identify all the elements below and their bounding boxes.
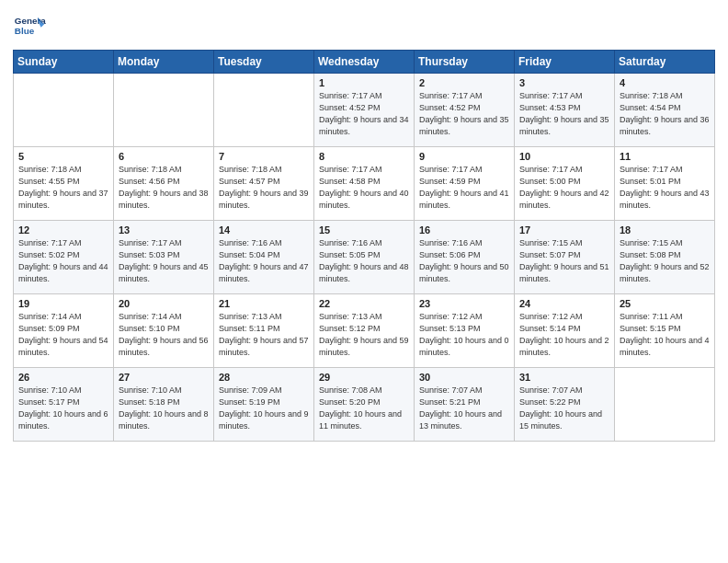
calendar-cell: 18Sunrise: 7:15 AMSunset: 5:08 PMDayligh… [615, 221, 715, 294]
day-number: 22 [319, 298, 409, 309]
day-number: 17 [519, 224, 609, 236]
day-info: Sunrise: 7:07 AMSunset: 5:22 PMDaylight:… [519, 385, 609, 432]
calendar-week-1: 1Sunrise: 7:17 AMSunset: 4:52 PMDaylight… [14, 74, 715, 147]
calendar-cell [615, 368, 715, 442]
day-info: Sunrise: 7:14 AMSunset: 5:09 PMDaylight:… [18, 311, 108, 359]
calendar-week-3: 12Sunrise: 7:17 AMSunset: 5:02 PMDayligh… [14, 221, 715, 294]
weekday-header-monday: Monday [114, 51, 214, 74]
calendar-cell: 22Sunrise: 7:13 AMSunset: 5:12 PMDayligh… [314, 294, 415, 368]
day-info: Sunrise: 7:18 AMSunset: 4:55 PMDaylight:… [18, 164, 108, 212]
svg-text:Blue: Blue [15, 26, 35, 36]
day-info: Sunrise: 7:10 AMSunset: 5:17 PMDaylight:… [18, 385, 108, 432]
day-info: Sunrise: 7:13 AMSunset: 5:12 PMDaylight:… [319, 311, 409, 359]
weekday-header-thursday: Thursday [415, 51, 515, 74]
day-info: Sunrise: 7:17 AMSunset: 5:00 PMDaylight:… [519, 164, 609, 212]
calendar-cell: 25Sunrise: 7:11 AMSunset: 5:15 PMDayligh… [615, 294, 715, 368]
day-info: Sunrise: 7:16 AMSunset: 5:06 PMDaylight:… [419, 237, 509, 285]
day-info: Sunrise: 7:09 AMSunset: 5:19 PMDaylight:… [219, 385, 309, 432]
logo-icon: General Blue [13, 9, 46, 42]
calendar-cell: 9Sunrise: 7:17 AMSunset: 4:59 PMDaylight… [415, 147, 515, 221]
weekday-header-sunday: Sunday [14, 51, 114, 74]
day-number: 4 [620, 77, 710, 88]
day-number: 15 [319, 224, 409, 236]
day-info: Sunrise: 7:17 AMSunset: 4:52 PMDaylight:… [319, 90, 409, 138]
calendar-cell: 5Sunrise: 7:18 AMSunset: 4:55 PMDaylight… [14, 147, 114, 221]
day-number: 12 [18, 224, 108, 236]
calendar-cell: 20Sunrise: 7:14 AMSunset: 5:10 PMDayligh… [114, 294, 214, 368]
day-info: Sunrise: 7:17 AMSunset: 5:01 PMDaylight:… [620, 164, 710, 212]
day-number: 18 [620, 224, 710, 236]
calendar-cell [14, 74, 114, 147]
day-number: 3 [519, 77, 609, 88]
day-number: 30 [419, 372, 509, 383]
day-number: 9 [419, 151, 509, 162]
weekday-header-wednesday: Wednesday [314, 51, 415, 74]
day-number: 5 [18, 151, 108, 162]
day-info: Sunrise: 7:15 AMSunset: 5:07 PMDaylight:… [519, 237, 609, 285]
day-info: Sunrise: 7:08 AMSunset: 5:20 PMDaylight:… [319, 385, 409, 432]
calendar-cell: 28Sunrise: 7:09 AMSunset: 5:19 PMDayligh… [214, 368, 314, 442]
day-info: Sunrise: 7:12 AMSunset: 5:13 PMDaylight:… [419, 311, 509, 359]
day-number: 16 [419, 224, 509, 236]
calendar-cell: 21Sunrise: 7:13 AMSunset: 5:11 PMDayligh… [214, 294, 314, 368]
weekday-header-tuesday: Tuesday [214, 51, 314, 74]
calendar-cell: 3Sunrise: 7:17 AMSunset: 4:53 PMDaylight… [515, 74, 615, 147]
calendar-cell: 29Sunrise: 7:08 AMSunset: 5:20 PMDayligh… [314, 368, 415, 442]
day-info: Sunrise: 7:12 AMSunset: 5:14 PMDaylight:… [519, 311, 609, 359]
day-info: Sunrise: 7:17 AMSunset: 4:53 PMDaylight:… [519, 90, 609, 138]
calendar-cell [114, 74, 214, 147]
day-number: 10 [519, 151, 609, 162]
day-number: 6 [119, 151, 209, 162]
calendar-week-2: 5Sunrise: 7:18 AMSunset: 4:55 PMDaylight… [14, 147, 715, 221]
day-info: Sunrise: 7:16 AMSunset: 5:05 PMDaylight:… [319, 237, 409, 285]
calendar-week-5: 26Sunrise: 7:10 AMSunset: 5:17 PMDayligh… [14, 368, 715, 442]
calendar-cell: 4Sunrise: 7:18 AMSunset: 4:54 PMDaylight… [615, 74, 715, 147]
calendar-cell: 13Sunrise: 7:17 AMSunset: 5:03 PMDayligh… [114, 221, 214, 294]
calendar-cell: 12Sunrise: 7:17 AMSunset: 5:02 PMDayligh… [14, 221, 114, 294]
calendar-cell: 24Sunrise: 7:12 AMSunset: 5:14 PMDayligh… [515, 294, 615, 368]
calendar-cell: 27Sunrise: 7:10 AMSunset: 5:18 PMDayligh… [114, 368, 214, 442]
calendar-cell: 2Sunrise: 7:17 AMSunset: 4:52 PMDaylight… [415, 74, 515, 147]
calendar-cell: 16Sunrise: 7:16 AMSunset: 5:06 PMDayligh… [415, 221, 515, 294]
day-info: Sunrise: 7:18 AMSunset: 4:54 PMDaylight:… [620, 90, 710, 138]
day-info: Sunrise: 7:15 AMSunset: 5:08 PMDaylight:… [620, 237, 710, 285]
calendar-cell: 10Sunrise: 7:17 AMSunset: 5:00 PMDayligh… [515, 147, 615, 221]
calendar-cell: 6Sunrise: 7:18 AMSunset: 4:56 PMDaylight… [114, 147, 214, 221]
weekday-header-saturday: Saturday [615, 51, 715, 74]
day-number: 26 [18, 372, 108, 383]
calendar-page: General Blue SundayMondayTuesdayWednesda… [0, 0, 728, 563]
day-number: 14 [219, 224, 309, 236]
day-info: Sunrise: 7:17 AMSunset: 4:58 PMDaylight:… [319, 164, 409, 212]
day-info: Sunrise: 7:17 AMSunset: 5:02 PMDaylight:… [18, 237, 108, 285]
day-number: 27 [119, 372, 209, 383]
day-info: Sunrise: 7:18 AMSunset: 4:57 PMDaylight:… [219, 164, 309, 212]
calendar-cell: 1Sunrise: 7:17 AMSunset: 4:52 PMDaylight… [314, 74, 415, 147]
day-number: 13 [119, 224, 209, 236]
day-number: 25 [620, 298, 710, 309]
calendar-cell: 7Sunrise: 7:18 AMSunset: 4:57 PMDaylight… [214, 147, 314, 221]
day-number: 31 [519, 372, 609, 383]
day-number: 21 [219, 298, 309, 309]
day-number: 29 [319, 372, 409, 383]
weekday-header-row: SundayMondayTuesdayWednesdayThursdayFrid… [14, 51, 715, 74]
calendar-cell: 26Sunrise: 7:10 AMSunset: 5:17 PMDayligh… [14, 368, 114, 442]
day-number: 19 [18, 298, 108, 309]
day-info: Sunrise: 7:11 AMSunset: 5:15 PMDaylight:… [620, 311, 710, 359]
calendar-cell: 17Sunrise: 7:15 AMSunset: 5:07 PMDayligh… [515, 221, 615, 294]
calendar-cell: 19Sunrise: 7:14 AMSunset: 5:09 PMDayligh… [14, 294, 114, 368]
calendar-table: SundayMondayTuesdayWednesdayThursdayFrid… [13, 50, 715, 442]
calendar-week-4: 19Sunrise: 7:14 AMSunset: 5:09 PMDayligh… [14, 294, 715, 368]
logo: General Blue [13, 9, 46, 42]
day-number: 7 [219, 151, 309, 162]
day-number: 24 [519, 298, 609, 309]
day-number: 20 [119, 298, 209, 309]
day-info: Sunrise: 7:14 AMSunset: 5:10 PMDaylight:… [119, 311, 209, 359]
page-header: General Blue [13, 9, 715, 42]
day-info: Sunrise: 7:17 AMSunset: 5:03 PMDaylight:… [119, 237, 209, 285]
calendar-cell [214, 74, 314, 147]
calendar-cell: 11Sunrise: 7:17 AMSunset: 5:01 PMDayligh… [615, 147, 715, 221]
day-number: 23 [419, 298, 509, 309]
day-number: 11 [620, 151, 710, 162]
calendar-cell: 30Sunrise: 7:07 AMSunset: 5:21 PMDayligh… [415, 368, 515, 442]
day-info: Sunrise: 7:10 AMSunset: 5:18 PMDaylight:… [119, 385, 209, 432]
